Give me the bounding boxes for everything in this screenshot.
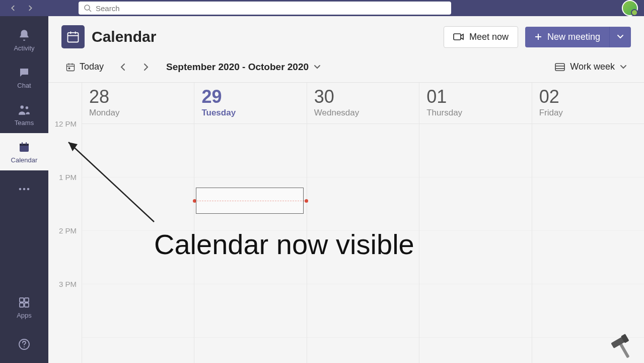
new-meeting-button[interactable]: New meeting xyxy=(525,27,609,47)
meet-now-button[interactable]: Meet now xyxy=(444,26,518,48)
time-label: 3 PM xyxy=(48,280,82,333)
svg-point-10 xyxy=(27,188,30,191)
event-selection[interactable] xyxy=(196,188,303,214)
svg-rect-11 xyxy=(20,298,24,302)
avatar[interactable] xyxy=(622,0,638,16)
chevron-left-icon xyxy=(120,63,126,71)
bell-icon xyxy=(17,28,31,42)
time-label: 1 PM xyxy=(48,173,82,226)
time-label: 12 PM xyxy=(48,119,82,173)
title-bar xyxy=(0,0,644,16)
back-button[interactable] xyxy=(6,1,20,15)
svg-rect-7 xyxy=(26,142,27,145)
sidebar-item-label: Calendar xyxy=(11,156,38,164)
svg-rect-12 xyxy=(25,298,29,302)
forward-button[interactable] xyxy=(23,1,37,15)
sidebar-item-help[interactable] xyxy=(0,326,48,363)
time-label: 2 PM xyxy=(48,226,82,280)
prev-week-button[interactable] xyxy=(115,61,131,73)
calendar-header: Calendar Meet now New meeting xyxy=(48,16,644,55)
view-selector[interactable]: Work week xyxy=(551,58,631,75)
chevron-right-icon xyxy=(143,63,149,71)
svg-point-3 xyxy=(26,106,28,108)
sidebar-item-activity[interactable]: Activity xyxy=(0,21,48,58)
day-column-tue[interactable]: 29 Tuesday xyxy=(194,83,306,363)
more-icon xyxy=(17,182,31,196)
page-title: Calendar xyxy=(92,28,156,45)
day-column-mon[interactable]: 28 Monday xyxy=(82,83,194,363)
calendar-icon xyxy=(17,140,31,154)
days-container: 28 Monday 29 Tuesday xyxy=(82,83,644,363)
sidebar-item-label: Teams xyxy=(15,119,34,127)
day-header: 30 Wednesday xyxy=(307,83,419,124)
svg-line-1 xyxy=(89,10,91,12)
svg-rect-28 xyxy=(68,67,70,69)
date-range-selector[interactable]: September 2020 - October 2020 xyxy=(166,62,321,73)
help-icon xyxy=(17,337,31,351)
chevron-down-icon xyxy=(314,65,321,70)
svg-rect-21 xyxy=(454,34,461,40)
svg-rect-14 xyxy=(25,303,29,307)
day-header: 01 Thursday xyxy=(419,83,531,124)
sidebar-item-label: Activity xyxy=(14,44,34,52)
camera-icon xyxy=(453,32,464,41)
today-button[interactable]: Today xyxy=(61,58,108,75)
sidebar-item-teams[interactable]: Teams xyxy=(0,96,48,133)
day-column-fri[interactable]: 02 Friday xyxy=(532,83,644,363)
sidebar-item-apps[interactable]: Apps xyxy=(0,288,48,326)
app-sidebar: Activity Chat Teams Calendar xyxy=(0,16,48,363)
svg-point-0 xyxy=(85,5,90,10)
day-header: 28 Monday xyxy=(82,83,194,124)
search-box[interactable] xyxy=(79,2,451,15)
search-icon xyxy=(84,4,92,12)
svg-point-8 xyxy=(19,188,22,191)
new-meeting-dropdown[interactable] xyxy=(609,27,631,47)
next-week-button[interactable] xyxy=(138,61,154,73)
svg-rect-29 xyxy=(555,64,564,71)
day-column-thu[interactable]: 01 Thursday xyxy=(419,83,531,363)
svg-rect-24 xyxy=(67,64,75,71)
chat-icon xyxy=(17,66,31,80)
calendar-app-icon xyxy=(61,25,85,48)
sidebar-item-label: Apps xyxy=(17,312,32,319)
svg-rect-5 xyxy=(20,144,29,146)
svg-point-9 xyxy=(23,188,26,191)
plus-icon xyxy=(534,33,542,41)
calendar-toolbar: Today September 2020 - October 2020 Work… xyxy=(48,55,644,83)
list-icon xyxy=(555,63,565,71)
sidebar-item-calendar[interactable]: Calendar xyxy=(0,133,48,170)
calendar-today-icon xyxy=(65,62,76,72)
svg-rect-6 xyxy=(22,142,23,145)
chevron-down-icon xyxy=(617,34,624,39)
time-gutter: 12 PM 1 PM 2 PM 3 PM xyxy=(48,83,82,363)
day-header: 29 Tuesday xyxy=(194,83,306,124)
calendar-content: Calendar Meet now New meeting Today xyxy=(48,16,644,363)
svg-rect-17 xyxy=(68,33,79,42)
svg-point-16 xyxy=(24,346,25,347)
day-header: 02 Friday xyxy=(532,83,644,124)
search-input[interactable] xyxy=(96,4,446,13)
teams-icon xyxy=(17,103,31,117)
sidebar-item-more[interactable] xyxy=(0,170,48,208)
day-column-wed[interactable]: 30 Wednesday xyxy=(307,83,419,363)
sidebar-item-label: Chat xyxy=(17,82,31,89)
svg-rect-13 xyxy=(20,303,24,307)
apps-icon xyxy=(17,295,31,310)
sidebar-item-chat[interactable]: Chat xyxy=(0,58,48,96)
chevron-down-icon xyxy=(620,65,627,70)
svg-point-2 xyxy=(20,105,24,109)
calendar-grid: 12 PM 1 PM 2 PM 3 PM 28 Monday xyxy=(48,83,644,363)
